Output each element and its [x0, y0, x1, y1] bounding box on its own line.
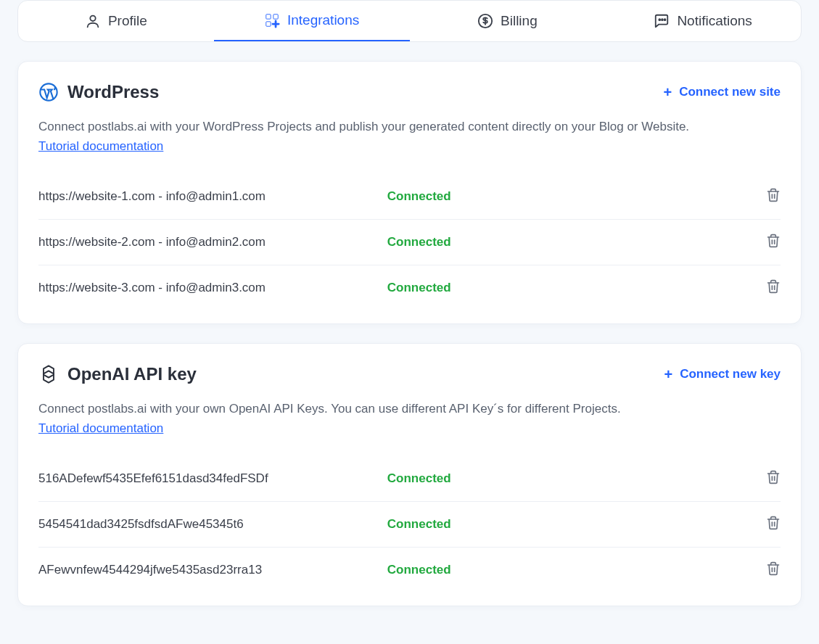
- delete-key-button[interactable]: [752, 515, 781, 534]
- wordpress-icon: [38, 82, 59, 102]
- status-badge: Connected: [387, 517, 752, 532]
- key-row-label: 516ADefewf5435Efef6151dasd34fedFSDf: [38, 471, 387, 486]
- trash-icon: [766, 469, 781, 485]
- tab-billing-label: Billing: [501, 13, 538, 29]
- grid-icon: [264, 12, 280, 28]
- site-row: https://website-3.com - info@admin3.com …: [38, 265, 781, 310]
- key-row: 5454541dad3425fsdfsdAFwe45345t6 Connecte…: [38, 502, 781, 548]
- wordpress-tutorial-link[interactable]: Tutorial documentation: [38, 139, 163, 154]
- trash-icon: [766, 187, 781, 203]
- trash-icon: [766, 233, 781, 249]
- status-badge: Connected: [387, 189, 752, 204]
- svg-point-6: [662, 19, 663, 20]
- tab-integrations-label: Integrations: [287, 12, 359, 28]
- delete-key-button[interactable]: [752, 561, 781, 579]
- svg-point-0: [90, 16, 95, 21]
- site-row: https://website-1.com - info@admin1.com …: [38, 174, 781, 220]
- trash-icon: [766, 278, 781, 294]
- openai-title: OpenAI API key: [67, 364, 197, 384]
- openai-icon: [38, 364, 59, 384]
- connect-new-site-label: Connect new site: [679, 85, 781, 99]
- svg-rect-2: [273, 15, 278, 19]
- tab-billing[interactable]: Billing: [410, 1, 606, 41]
- user-icon: [85, 13, 101, 29]
- key-row: AFewvnfew4544294jfwe5435asd23rra13 Conne…: [38, 548, 781, 593]
- delete-site-button[interactable]: [752, 278, 781, 297]
- connect-new-key-label: Connect new key: [680, 367, 781, 381]
- tab-notifications[interactable]: Notifications: [605, 1, 801, 41]
- delete-site-button[interactable]: [752, 187, 781, 206]
- key-row-label: 5454541dad3425fsdfsdAFwe45345t6: [38, 517, 387, 532]
- site-row-label: https://website-1.com - info@admin1.com: [38, 189, 387, 204]
- status-badge: Connected: [387, 563, 752, 577]
- settings-tabs: Profile Integrations Billing Notificatio…: [17, 0, 802, 42]
- key-row: 516ADefewf5435Efef6151dasd34fedFSDf Conn…: [38, 456, 781, 502]
- dollar-icon: [477, 13, 493, 29]
- trash-icon: [766, 561, 781, 577]
- tab-integrations[interactable]: Integrations: [214, 1, 410, 42]
- chat-icon: [654, 13, 670, 29]
- trash-icon: [766, 515, 781, 531]
- plus-icon: +: [664, 85, 672, 99]
- openai-description: Connect postlabs.ai with your own OpenAI…: [38, 399, 781, 418]
- key-row-label: AFewvnfew4544294jfwe5435asd23rra13: [38, 563, 387, 577]
- delete-site-button[interactable]: [752, 233, 781, 252]
- svg-point-5: [659, 19, 661, 20]
- openai-card: OpenAI API key + Connect new key Connect…: [17, 343, 802, 606]
- site-row-label: https://website-2.com - info@admin2.com: [38, 235, 387, 249]
- openai-card-header: OpenAI API key + Connect new key: [38, 364, 781, 384]
- status-badge: Connected: [387, 235, 752, 249]
- openai-title-group: OpenAI API key: [38, 364, 197, 384]
- status-badge: Connected: [387, 281, 752, 295]
- wordpress-title-group: WordPress: [38, 82, 159, 102]
- site-row: https://website-2.com - info@admin2.com …: [38, 220, 781, 265]
- delete-key-button[interactable]: [752, 469, 781, 488]
- svg-rect-1: [266, 15, 271, 19]
- wordpress-card-header: WordPress + Connect new site: [38, 82, 781, 102]
- site-row-label: https://website-3.com - info@admin3.com: [38, 281, 387, 295]
- plus-icon: +: [664, 367, 672, 381]
- wordpress-card: WordPress + Connect new site Connect pos…: [17, 61, 802, 324]
- wordpress-title: WordPress: [67, 82, 159, 102]
- status-badge: Connected: [387, 471, 752, 486]
- tab-notifications-label: Notifications: [677, 13, 752, 29]
- openai-tutorial-link[interactable]: Tutorial documentation: [38, 421, 163, 436]
- connect-new-site-button[interactable]: + Connect new site: [664, 85, 781, 99]
- wordpress-description: Connect postlabs.ai with your WordPress …: [38, 117, 781, 136]
- svg-rect-3: [266, 22, 271, 26]
- svg-point-7: [664, 19, 666, 20]
- tab-profile[interactable]: Profile: [18, 1, 214, 41]
- tab-profile-label: Profile: [108, 13, 147, 29]
- connect-new-key-button[interactable]: + Connect new key: [664, 367, 781, 381]
